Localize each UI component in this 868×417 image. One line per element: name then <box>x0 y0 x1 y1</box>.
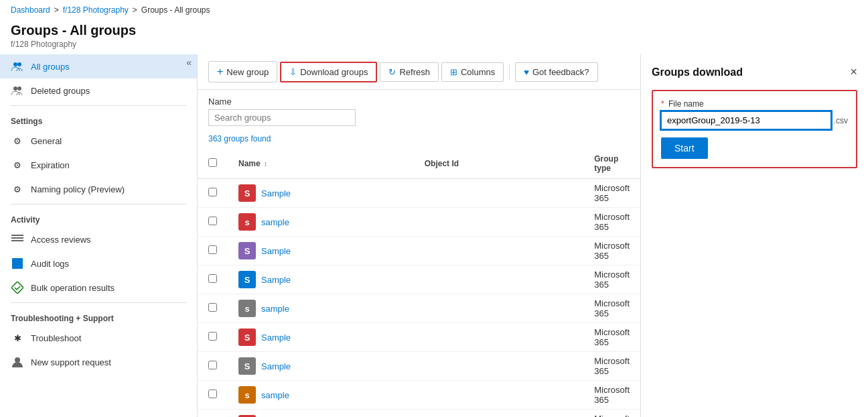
object-id-6 <box>414 352 584 381</box>
breadcrumb: Dashboard > f/128 Photography > Groups -… <box>0 0 868 20</box>
group-type-3: Microsoft 365 <box>583 265 640 294</box>
filename-input[interactable] <box>661 111 831 129</box>
row-checkbox-3[interactable] <box>208 274 217 283</box>
feedback-button[interactable]: ♥ Got feedback? <box>515 62 597 82</box>
group-type-5: Microsoft 365 <box>583 323 640 352</box>
sidebar-item-bulk-ops-label: Bulk operation results <box>31 283 115 293</box>
start-button[interactable]: Start <box>661 137 708 159</box>
svg-rect-6 <box>11 240 23 241</box>
search-area: Name <box>198 90 640 133</box>
breadcrumb-current: Groups - All groups <box>141 5 210 15</box>
search-input[interactable] <box>214 113 350 123</box>
sidebar-item-bulk-ops[interactable]: Bulk operation results <box>0 276 197 300</box>
sidebar-item-deleted-groups[interactable]: Deleted groups <box>0 78 197 103</box>
row-checkbox-6[interactable] <box>208 361 217 369</box>
csv-extension: .csv <box>834 116 848 125</box>
table-row: s sample Microsoft 365 <box>198 208 640 237</box>
refresh-icon: ↻ <box>388 67 396 77</box>
gear-icon-expiration: ⚙ <box>11 158 24 172</box>
sidebar-item-all-groups[interactable]: All groups <box>0 54 197 78</box>
columns-button[interactable]: ⊞ Columns <box>441 62 504 82</box>
page-header: Groups - All groups f/128 Photography <box>0 20 868 54</box>
row-checkbox-0[interactable] <box>208 188 217 196</box>
name-cell-4: s sample <box>238 300 403 317</box>
filename-label: * File name <box>661 99 848 109</box>
settings-section-label: Settings <box>0 109 197 129</box>
object-id-4 <box>414 294 584 323</box>
table-row: S Sample Microsoft 365 <box>198 265 640 294</box>
sidebar-item-new-support-label: New support request <box>31 357 111 367</box>
group-link-5[interactable]: Sample <box>261 333 291 343</box>
row-checkbox-1[interactable] <box>208 217 217 225</box>
group-link-7[interactable]: sample <box>261 390 289 400</box>
row-checkbox-7[interactable] <box>208 390 217 398</box>
row-checkbox-2[interactable] <box>208 245 217 254</box>
group-type-2: Microsoft 365 <box>583 237 640 265</box>
group-link-1[interactable]: sample <box>261 217 289 227</box>
group-avatar-5: S <box>238 329 256 346</box>
select-all-checkbox[interactable] <box>208 158 217 167</box>
table-row: s sample Microsoft 365 <box>198 294 640 323</box>
gear-icon-naming: ⚙ <box>11 182 24 196</box>
sidebar-item-general-label: General <box>31 136 62 146</box>
sidebar-item-general[interactable]: ⚙ General <box>0 129 197 153</box>
bulk-ops-icon <box>11 281 24 294</box>
group-type-4: Microsoft 365 <box>583 294 640 323</box>
sidebar-item-audit-logs-label: Audit logs <box>31 259 69 269</box>
object-id-5 <box>414 323 584 352</box>
all-groups-icon <box>11 60 24 73</box>
refresh-button[interactable]: ↻ Refresh <box>380 62 439 82</box>
object-id-3 <box>414 265 584 294</box>
sidebar-item-access-reviews[interactable]: Access reviews <box>0 227 197 251</box>
group-link-2[interactable]: Sample <box>261 246 291 256</box>
svg-point-8 <box>15 357 20 363</box>
breadcrumb-tenant[interactable]: f/128 Photography <box>63 5 129 15</box>
group-link-0[interactable]: Sample <box>261 188 291 198</box>
breadcrumb-dashboard[interactable]: Dashboard <box>11 5 50 15</box>
sidebar-item-expiration-label: Expiration <box>31 160 70 170</box>
col-object-id: Object Id <box>414 149 584 179</box>
sidebar-item-audit-logs[interactable]: Audit logs <box>0 251 197 276</box>
download-groups-button[interactable]: ⇩ Download groups <box>280 62 377 82</box>
sidebar-collapse-button[interactable]: « <box>186 57 192 68</box>
group-link-3[interactable]: Sample <box>261 275 291 285</box>
feedback-label: Got feedback? <box>532 67 589 77</box>
required-marker: * <box>661 99 664 109</box>
sidebar-item-deleted-groups-label: Deleted groups <box>31 86 90 96</box>
svg-point-1 <box>17 62 21 66</box>
object-id-1 <box>414 208 584 237</box>
svg-rect-4 <box>11 235 23 236</box>
row-checkbox-5[interactable] <box>208 332 217 341</box>
deleted-groups-icon <box>11 84 24 97</box>
sidebar-item-troubleshoot[interactable]: ✱ Troubleshoot <box>0 326 197 350</box>
svg-rect-7 <box>12 258 23 269</box>
results-count: 363 groups found <box>198 133 640 149</box>
content-area: + New group ⇩ Download groups ↻ Refresh … <box>198 54 640 417</box>
group-type-0: Microsoft 365 <box>583 179 640 208</box>
close-panel-button[interactable]: × <box>850 65 857 79</box>
sort-icon: ↕ <box>264 160 267 168</box>
search-input-wrapper <box>208 109 356 126</box>
svg-point-2 <box>13 86 17 91</box>
sidebar-item-expiration[interactable]: ⚙ Expiration <box>0 153 197 177</box>
toolbar: + New group ⇩ Download groups ↻ Refresh … <box>198 54 640 90</box>
groups-table-container: Name ↕ Object Id Group type S Sample Mic… <box>198 149 640 417</box>
row-checkbox-4[interactable] <box>208 303 217 312</box>
group-link-4[interactable]: sample <box>261 304 289 314</box>
download-form: * File name .csv Start <box>652 90 857 168</box>
sidebar-item-naming-policy[interactable]: ⚙ Naming policy (Preview) <box>0 177 197 201</box>
group-avatar-4: s <box>238 300 256 317</box>
sidebar-item-access-reviews-label: Access reviews <box>31 235 91 245</box>
page-subtitle: f/128 Photography <box>11 40 857 49</box>
group-link-6[interactable]: Sample <box>261 361 291 371</box>
sidebar-item-new-support[interactable]: New support request <box>0 350 197 374</box>
breadcrumb-sep2: > <box>133 5 137 15</box>
columns-label: Columns <box>461 67 495 77</box>
audit-logs-icon <box>11 257 24 270</box>
object-id-0 <box>414 179 584 208</box>
new-group-button[interactable]: + New group <box>208 61 277 82</box>
groups-table: Name ↕ Object Id Group type S Sample Mic… <box>198 149 640 417</box>
table-row: s sample Microsoft 365 <box>198 381 640 410</box>
new-group-label: New group <box>226 67 269 77</box>
name-cell-0: S Sample <box>238 184 403 202</box>
